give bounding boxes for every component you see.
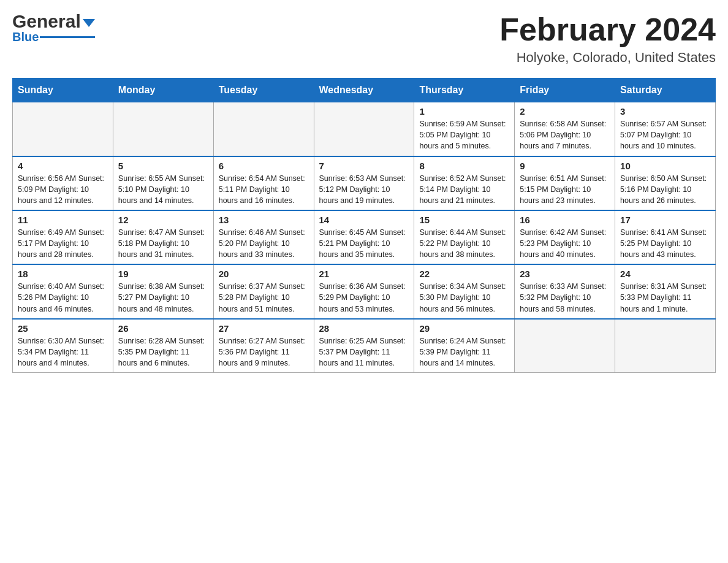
- weekday-header-saturday: Saturday: [615, 79, 716, 102]
- day-number: 29: [419, 323, 509, 334]
- day-info: Sunrise: 6:57 AM Sunset: 5:07 PM Dayligh…: [620, 118, 710, 151]
- day-info: Sunrise: 6:24 AM Sunset: 5:39 PM Dayligh…: [419, 335, 509, 369]
- day-info: Sunrise: 6:27 AM Sunset: 5:36 PM Dayligh…: [219, 335, 309, 369]
- day-number: 1: [419, 106, 509, 117]
- weekday-header-thursday: Thursday: [414, 79, 515, 102]
- logo-underbar: [40, 36, 94, 38]
- calendar-cell: 1Sunrise: 6:59 AM Sunset: 5:05 PM Daylig…: [414, 102, 515, 156]
- calendar-cell: 6Sunrise: 6:54 AM Sunset: 5:11 PM Daylig…: [213, 156, 314, 210]
- day-number: 10: [620, 161, 710, 171]
- logo-blue-text: Blue: [12, 31, 39, 43]
- calendar-cell: 20Sunrise: 6:37 AM Sunset: 5:28 PM Dayli…: [213, 264, 314, 318]
- day-info: Sunrise: 6:44 AM Sunset: 5:22 PM Dayligh…: [419, 227, 509, 260]
- day-info: Sunrise: 6:46 AM Sunset: 5:20 PM Dayligh…: [219, 227, 309, 260]
- day-number: 14: [319, 215, 409, 225]
- calendar-cell: 21Sunrise: 6:36 AM Sunset: 5:29 PM Dayli…: [314, 264, 414, 318]
- weekday-header-monday: Monday: [113, 79, 213, 102]
- day-number: 3: [620, 106, 710, 117]
- calendar-week-row: 18Sunrise: 6:40 AM Sunset: 5:26 PM Dayli…: [13, 264, 716, 318]
- calendar-week-row: 25Sunrise: 6:30 AM Sunset: 5:34 PM Dayli…: [13, 319, 716, 373]
- location-text: Holyoke, Colorado, United States: [499, 50, 716, 66]
- day-number: 23: [520, 269, 610, 279]
- calendar-cell: 18Sunrise: 6:40 AM Sunset: 5:26 PM Dayli…: [13, 264, 113, 318]
- day-info: Sunrise: 6:59 AM Sunset: 5:05 PM Dayligh…: [419, 118, 509, 151]
- day-info: Sunrise: 6:36 AM Sunset: 5:29 PM Dayligh…: [319, 281, 409, 314]
- day-number: 16: [520, 215, 610, 225]
- calendar-week-row: 1Sunrise: 6:59 AM Sunset: 5:05 PM Daylig…: [13, 102, 716, 156]
- calendar-cell: 5Sunrise: 6:55 AM Sunset: 5:10 PM Daylig…: [113, 156, 213, 210]
- day-number: 6: [219, 161, 309, 171]
- day-info: Sunrise: 6:41 AM Sunset: 5:25 PM Dayligh…: [620, 227, 710, 260]
- day-info: Sunrise: 6:58 AM Sunset: 5:06 PM Dayligh…: [520, 118, 610, 151]
- calendar-cell: 28Sunrise: 6:25 AM Sunset: 5:37 PM Dayli…: [314, 319, 414, 373]
- calendar-cell: 7Sunrise: 6:53 AM Sunset: 5:12 PM Daylig…: [314, 156, 414, 210]
- day-info: Sunrise: 6:31 AM Sunset: 5:33 PM Dayligh…: [620, 281, 710, 314]
- day-info: Sunrise: 6:30 AM Sunset: 5:34 PM Dayligh…: [18, 335, 108, 369]
- day-number: 13: [219, 215, 309, 225]
- weekday-header-sunday: Sunday: [13, 79, 113, 102]
- day-info: Sunrise: 6:38 AM Sunset: 5:27 PM Dayligh…: [118, 281, 208, 314]
- calendar-cell: 11Sunrise: 6:49 AM Sunset: 5:17 PM Dayli…: [13, 210, 113, 264]
- day-info: Sunrise: 6:40 AM Sunset: 5:26 PM Dayligh…: [18, 281, 108, 314]
- calendar-cell: 10Sunrise: 6:50 AM Sunset: 5:16 PM Dayli…: [615, 156, 716, 210]
- calendar-cell: 23Sunrise: 6:33 AM Sunset: 5:32 PM Dayli…: [515, 264, 615, 318]
- calendar-cell: 27Sunrise: 6:27 AM Sunset: 5:36 PM Dayli…: [213, 319, 314, 373]
- day-info: Sunrise: 6:56 AM Sunset: 5:09 PM Dayligh…: [18, 173, 108, 206]
- weekday-header-tuesday: Tuesday: [213, 79, 314, 102]
- day-number: 4: [18, 161, 108, 171]
- calendar-cell: 24Sunrise: 6:31 AM Sunset: 5:33 PM Dayli…: [615, 264, 716, 318]
- day-info: Sunrise: 6:52 AM Sunset: 5:14 PM Dayligh…: [419, 173, 509, 206]
- calendar-cell: [213, 102, 314, 156]
- day-info: Sunrise: 6:55 AM Sunset: 5:10 PM Dayligh…: [118, 173, 208, 206]
- calendar-week-row: 4Sunrise: 6:56 AM Sunset: 5:09 PM Daylig…: [13, 156, 716, 210]
- title-section: February 2024 Holyoke, Colorado, United …: [499, 12, 716, 66]
- day-number: 21: [319, 269, 409, 279]
- calendar-cell: 13Sunrise: 6:46 AM Sunset: 5:20 PM Dayli…: [213, 210, 314, 264]
- calendar-cell: [615, 319, 716, 373]
- day-info: Sunrise: 6:33 AM Sunset: 5:32 PM Dayligh…: [520, 281, 610, 314]
- calendar-cell: 2Sunrise: 6:58 AM Sunset: 5:06 PM Daylig…: [515, 102, 615, 156]
- day-info: Sunrise: 6:45 AM Sunset: 5:21 PM Dayligh…: [319, 227, 409, 260]
- calendar-cell: 22Sunrise: 6:34 AM Sunset: 5:30 PM Dayli…: [414, 264, 515, 318]
- month-title: February 2024: [499, 12, 716, 47]
- calendar-cell: 16Sunrise: 6:42 AM Sunset: 5:23 PM Dayli…: [515, 210, 615, 264]
- logo: General Blue: [12, 12, 95, 43]
- calendar-cell: 4Sunrise: 6:56 AM Sunset: 5:09 PM Daylig…: [13, 156, 113, 210]
- day-number: 15: [419, 215, 509, 225]
- calendar-cell: 25Sunrise: 6:30 AM Sunset: 5:34 PM Dayli…: [13, 319, 113, 373]
- calendar-cell: 17Sunrise: 6:41 AM Sunset: 5:25 PM Dayli…: [615, 210, 716, 264]
- day-number: 26: [118, 323, 208, 334]
- calendar-cell: 12Sunrise: 6:47 AM Sunset: 5:18 PM Dayli…: [113, 210, 213, 264]
- day-number: 9: [520, 161, 610, 171]
- day-info: Sunrise: 6:51 AM Sunset: 5:15 PM Dayligh…: [520, 173, 610, 206]
- day-number: 8: [419, 161, 509, 171]
- day-number: 28: [319, 323, 409, 334]
- day-number: 12: [118, 215, 208, 225]
- weekday-header-row: SundayMondayTuesdayWednesdayThursdayFrid…: [13, 79, 716, 102]
- calendar-cell: 9Sunrise: 6:51 AM Sunset: 5:15 PM Daylig…: [515, 156, 615, 210]
- calendar-cell: 8Sunrise: 6:52 AM Sunset: 5:14 PM Daylig…: [414, 156, 515, 210]
- calendar-cell: [113, 102, 213, 156]
- calendar-cell: [515, 319, 615, 373]
- day-number: 5: [118, 161, 208, 171]
- calendar-table: SundayMondayTuesdayWednesdayThursdayFrid…: [12, 78, 716, 373]
- day-number: 20: [219, 269, 309, 279]
- day-number: 22: [419, 269, 509, 279]
- day-number: 18: [18, 269, 108, 279]
- calendar-cell: [314, 102, 414, 156]
- day-number: 27: [219, 323, 309, 334]
- weekday-header-wednesday: Wednesday: [314, 79, 414, 102]
- calendar-cell: 19Sunrise: 6:38 AM Sunset: 5:27 PM Dayli…: [113, 264, 213, 318]
- day-info: Sunrise: 6:42 AM Sunset: 5:23 PM Dayligh…: [520, 227, 610, 260]
- day-info: Sunrise: 6:50 AM Sunset: 5:16 PM Dayligh…: [620, 173, 710, 206]
- day-number: 7: [319, 161, 409, 171]
- calendar-cell: [13, 102, 113, 156]
- day-number: 25: [18, 323, 108, 334]
- day-number: 19: [118, 269, 208, 279]
- page-header: General Blue February 2024 Holyoke, Colo…: [12, 12, 716, 66]
- calendar-cell: 29Sunrise: 6:24 AM Sunset: 5:39 PM Dayli…: [414, 319, 515, 373]
- day-info: Sunrise: 6:53 AM Sunset: 5:12 PM Dayligh…: [319, 173, 409, 206]
- calendar-cell: 26Sunrise: 6:28 AM Sunset: 5:35 PM Dayli…: [113, 319, 213, 373]
- day-info: Sunrise: 6:28 AM Sunset: 5:35 PM Dayligh…: [118, 335, 208, 369]
- day-number: 2: [520, 106, 610, 117]
